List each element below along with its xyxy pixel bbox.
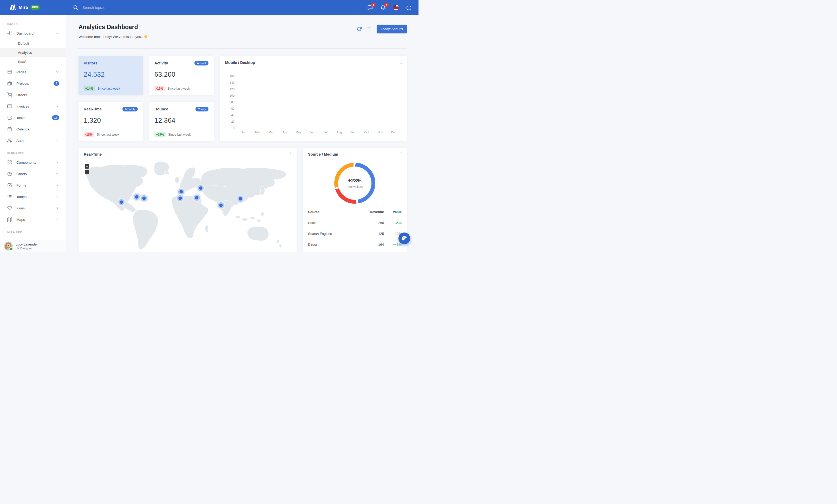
brand[interactable]: Mira PRO: [0, 4, 66, 11]
map-zoom-out-button[interactable]: −: [85, 170, 89, 174]
sidebar-item-tasks[interactable]: Tasks17: [0, 112, 66, 124]
date-button[interactable]: Today: April 29: [377, 25, 407, 33]
bar-mar[interactable]: [265, 76, 278, 128]
y-tick-label: 100: [230, 94, 234, 97]
stat-period-tag[interactable]: Monthly: [122, 107, 138, 111]
y-tick-label: 40: [231, 114, 234, 117]
bar-nov[interactable]: [373, 76, 387, 128]
refresh-button[interactable]: [357, 26, 361, 32]
sidebar-item-auth[interactable]: Auth: [0, 135, 66, 146]
palette-icon: [402, 236, 407, 241]
cell-revenue: 125: [356, 228, 384, 239]
sidebar-section-label-elements: ELEMENTS: [0, 150, 66, 157]
search-input[interactable]: [82, 5, 143, 10]
donut-chart: +23% new visitors: [334, 163, 375, 204]
sign-out-button[interactable]: [406, 5, 412, 11]
chevron-up-icon: [56, 32, 59, 35]
stats-grid: Visitors 24.532 +14% Since last week Act…: [78, 56, 407, 141]
x-tick-label: Jun: [305, 131, 319, 134]
sidebar-item-icons[interactable]: Icons: [0, 202, 66, 214]
sidebar-item-invoices[interactable]: Invoices: [0, 100, 66, 112]
stat-value: 1.320: [84, 116, 138, 125]
sidebar-item-dashboard[interactable]: Dashboard: [0, 27, 66, 39]
sidebar-item-calendar[interactable]: Calendar: [0, 124, 66, 135]
sidebar-subitem-analytics[interactable]: Analytics: [0, 48, 66, 57]
map-marker[interactable]: [135, 195, 138, 199]
x-tick-label: Sep: [346, 131, 359, 134]
sidebar-nav: PAGESDashboardDefaultAnalyticsSaaSPagesP…: [0, 15, 66, 240]
col-revenue: Revenue: [356, 208, 384, 218]
pie-chart-icon: [7, 171, 12, 176]
header-search: [73, 5, 143, 11]
table-row-search-engines[interactable]: Search Engines125-12%: [308, 228, 402, 239]
y-tick-label: 160: [230, 75, 234, 78]
sidebar-item-tables[interactable]: Tables: [0, 191, 66, 202]
kebab-menu-icon[interactable]: [399, 60, 404, 64]
chevron-down-icon: [56, 206, 59, 210]
source-medium-table: Source Revenue Value Social260+35%Search…: [308, 208, 402, 250]
messages-button[interactable]: 3: [367, 5, 373, 11]
x-tick-label: Mar: [264, 131, 278, 134]
donut-center-value: +23%: [348, 178, 361, 184]
bar-jan[interactable]: [237, 76, 251, 128]
stat-title: Real-Time: [84, 107, 102, 111]
x-tick-label: Feb: [251, 131, 264, 134]
sidebar-subitem-saas[interactable]: SaaS: [0, 57, 66, 66]
theme-settings-fab[interactable]: [398, 232, 410, 244]
map-marker[interactable]: [179, 190, 183, 193]
stat-period-tag[interactable]: Yearly: [195, 107, 209, 111]
sidebar-user[interactable]: Lucy Lavender UX Designer: [0, 240, 66, 252]
check-square-icon: [7, 183, 12, 188]
mira-logo-icon: [10, 4, 16, 11]
sidebar-section-label-mira-pro: MIRA PRO: [0, 229, 66, 236]
bar-aug[interactable]: [333, 76, 346, 128]
map-marker[interactable]: [239, 197, 242, 201]
bar-may[interactable]: [292, 76, 305, 128]
stat-period-tag[interactable]: Annual: [194, 61, 209, 66]
sidebar-item-orders[interactable]: Orders: [0, 89, 66, 100]
filter-button[interactable]: [367, 26, 372, 32]
online-status-dot: [10, 247, 13, 251]
map-marker[interactable]: [199, 187, 202, 190]
language-flag-button[interactable]: [393, 5, 399, 10]
divider: [78, 48, 407, 49]
sidebar-item-pages[interactable]: Pages: [0, 66, 66, 78]
table-row-social[interactable]: Social260+35%: [308, 218, 402, 228]
sidebar-item-components[interactable]: Components: [0, 157, 66, 168]
bar-dec[interactable]: [387, 76, 400, 128]
chevron-down-icon: [56, 172, 59, 175]
header-actions: 3 7: [367, 5, 418, 11]
map-marker[interactable]: [120, 200, 123, 204]
map-zoom-in-button[interactable]: +: [85, 164, 89, 169]
table-row-direct[interactable]: Direct164+46%: [308, 239, 402, 250]
cell-revenue: 260: [356, 218, 384, 228]
bar-jun[interactable]: [305, 76, 319, 128]
sidebar-section-label-pages: PAGES: [0, 21, 66, 27]
sidebar-subitem-default[interactable]: Default: [0, 39, 66, 48]
bar-apr[interactable]: [278, 76, 292, 128]
map-marker[interactable]: [142, 197, 146, 200]
bar-sep[interactable]: [346, 76, 360, 128]
sidebar-item-forms[interactable]: Forms: [0, 180, 66, 191]
stat-caption: Since last week: [97, 87, 120, 90]
sidebar-item-projects[interactable]: Projects8: [0, 78, 66, 89]
bar-jul[interactable]: [319, 76, 333, 128]
bar-oct[interactable]: [360, 76, 373, 128]
main-content: Analytics Dashboard Welcome back, Lucy! …: [66, 15, 418, 252]
sidebar-item-charts[interactable]: Charts: [0, 168, 66, 180]
page-head: Analytics Dashboard Welcome back, Lucy! …: [78, 23, 407, 39]
kebab-menu-icon[interactable]: [399, 151, 404, 156]
user-role: UX Designer: [16, 247, 38, 250]
notifications-button[interactable]: 7: [380, 5, 386, 11]
bar-chart-y-axis: 020406080100120140160: [225, 76, 234, 128]
page-actions: Today: April 29: [357, 25, 407, 33]
map-marker[interactable]: [195, 196, 198, 200]
sidebar-item-maps[interactable]: Maps: [0, 214, 66, 225]
stat-delta-chip: -12%: [155, 86, 165, 91]
kebab-menu-icon[interactable]: [288, 151, 293, 156]
map-marker[interactable]: [178, 197, 182, 200]
page-subtitle: Welcome back, Lucy! We've missed you.: [78, 35, 148, 39]
map-marker[interactable]: [219, 204, 223, 207]
world-map[interactable]: + −: [81, 161, 294, 252]
bar-feb[interactable]: [251, 76, 264, 128]
